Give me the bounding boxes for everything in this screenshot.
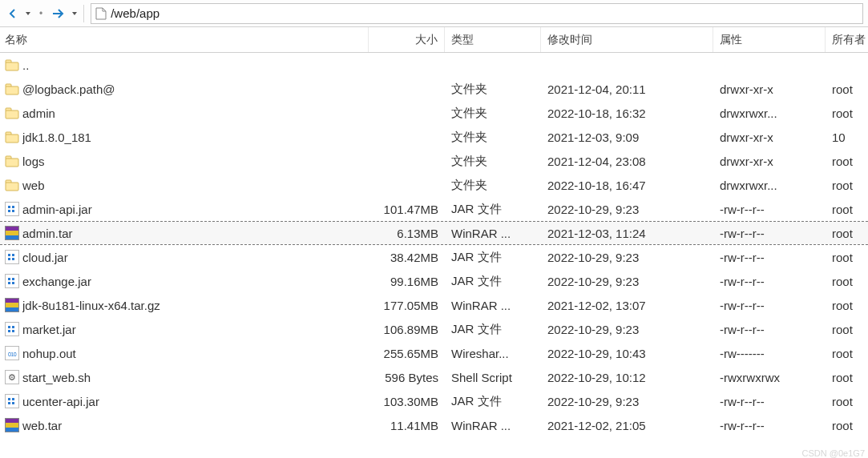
file-name: @logback.path@ [22, 82, 115, 96]
file-attr: drwxrwxr... [713, 101, 826, 125]
header-date[interactable]: 修改时间 [541, 27, 713, 52]
table-row[interactable]: admin文件夹2022-10-18, 16:32drwxrwxr...root [0, 101, 868, 125]
file-name: ucenter-api.jar [22, 395, 99, 408]
file-type: 文件夹 [445, 125, 541, 149]
table-row[interactable]: admin-api.jar101.47MBJAR 文件2022-10-29, 9… [0, 197, 868, 221]
table-row[interactable]: admin.tar6.13MBWinRAR ...2021-12-03, 11:… [0, 221, 868, 245]
archive-icon [5, 298, 19, 312]
file-size: 255.65MB [369, 341, 445, 365]
file-date: 2022-10-29, 9:23 [541, 389, 713, 413]
table-row[interactable]: cloud.jar38.42MBJAR 文件2022-10-29, 9:23-r… [0, 245, 868, 269]
file-date: 2022-10-18, 16:47 [541, 173, 713, 197]
folder-icon [5, 82, 19, 96]
table-row[interactable]: 010nohup.out255.65MBWireshar...2022-10-2… [0, 341, 868, 365]
file-date [541, 53, 713, 77]
file-size: 106.89MB [369, 317, 445, 341]
file-name: cloud.jar [22, 251, 68, 264]
jar-icon [5, 394, 19, 408]
path-box [91, 3, 863, 24]
header-owner[interactable]: 所有者 [826, 27, 868, 52]
file-size [369, 101, 445, 125]
table-row[interactable]: ucenter-api.jar103.30MBJAR 文件2022-10-29,… [0, 389, 868, 413]
folder-icon [5, 106, 19, 120]
svg-rect-11 [6, 183, 18, 191]
file-name: exchange.jar [22, 275, 91, 288]
file-size: 101.47MB [369, 197, 445, 221]
table-row[interactable]: logs文件夹2021-12-04, 23:08drwxr-xr-xroot [0, 149, 868, 173]
jar-icon [5, 250, 19, 264]
table-row[interactable]: @logback.path@文件夹2021-12-04, 20:11drwxr-… [0, 77, 868, 101]
table-row[interactable]: jdk1.8.0_181文件夹2021-12-03, 9:09drwxr-xr-… [0, 125, 868, 149]
file-attr: drwxr-xr-x [713, 77, 826, 101]
file-date: 2022-10-29, 10:43 [541, 341, 713, 365]
file-type: WinRAR ... [445, 222, 541, 244]
header-name[interactable]: 名称 [0, 27, 369, 52]
svg-rect-9 [6, 159, 18, 167]
file-attr: drwxr-xr-x [713, 149, 826, 173]
folder-icon [5, 178, 19, 192]
file-size: 11.41MB [369, 413, 445, 437]
gear-icon: ⚙ [5, 370, 19, 384]
header-type[interactable]: 类型 [445, 27, 541, 52]
svg-rect-7 [6, 135, 18, 143]
header-size[interactable]: 大小 [369, 27, 445, 52]
file-date: 2022-10-18, 16:32 [541, 101, 713, 125]
file-date: 2021-12-04, 20:11 [541, 77, 713, 101]
file-attr: drwxr-xr-x [713, 125, 826, 149]
file-attr: -rw-r--r-- [713, 197, 826, 221]
file-type: WinRAR ... [445, 413, 541, 437]
file-name: start_web.sh [22, 371, 91, 384]
file-name: web.tar [22, 419, 62, 432]
file-size [369, 125, 445, 149]
file-date: 2021-12-04, 23:08 [541, 149, 713, 173]
file-attr: -rw-r--r-- [713, 222, 826, 244]
file-attr: drwxrwxr... [713, 173, 826, 197]
file-owner: root [826, 222, 868, 244]
file-name: admin-api.jar [22, 203, 92, 216]
file-owner: root [826, 389, 868, 413]
file-type: JAR 文件 [445, 269, 541, 293]
svg-rect-3 [6, 86, 18, 94]
archive-icon [5, 418, 19, 432]
file-type: JAR 文件 [445, 197, 541, 221]
file-owner: root [826, 173, 868, 197]
file-attr: -rw-r--r-- [713, 245, 826, 269]
file-owner: root [826, 101, 868, 125]
back-button[interactable] [5, 6, 21, 22]
table-row[interactable]: web文件夹2022-10-18, 16:47drwxrwxr...root [0, 173, 868, 197]
file-date: 2021-12-03, 9:09 [541, 125, 713, 149]
table-row[interactable]: market.jar106.89MBJAR 文件2022-10-29, 9:23… [0, 317, 868, 341]
folder-icon [5, 154, 19, 168]
file-owner: root [826, 293, 868, 317]
file-size: 38.42MB [369, 245, 445, 269]
file-date: 2022-10-29, 9:23 [541, 317, 713, 341]
header-attr[interactable]: 属性 [713, 27, 826, 52]
binary-icon: 010 [5, 346, 19, 360]
back-dropdown[interactable] [24, 10, 32, 17]
file-name: admin [22, 106, 55, 120]
file-attr: -rwxrwxrwx [713, 365, 826, 389]
file-size: 103.30MB [369, 389, 445, 413]
file-size [369, 53, 445, 77]
watermark: CSDN @0e1G7 [802, 448, 865, 458]
file-type: WinRAR ... [445, 293, 541, 317]
table-row[interactable]: web.tar11.41MBWinRAR ...2021-12-02, 21:0… [0, 413, 868, 437]
toolbar-separator [83, 5, 84, 22]
jar-icon [5, 322, 19, 336]
file-date: 2021-12-03, 11:24 [541, 222, 713, 244]
table-row[interactable]: .. [0, 53, 868, 77]
table-row[interactable]: exchange.jar99.16MBJAR 文件2022-10-29, 9:2… [0, 269, 868, 293]
table-row[interactable]: jdk-8u181-linux-x64.tar.gz177.05MBWinRAR… [0, 293, 868, 317]
file-owner: root [826, 341, 868, 365]
file-name: jdk1.8.0_181 [22, 131, 91, 144]
file-date: 2021-12-02, 13:07 [541, 293, 713, 317]
file-owner: root [826, 413, 868, 437]
file-date: 2021-12-02, 21:05 [541, 413, 713, 437]
nav-separator: • [35, 8, 46, 19]
table-row[interactable]: ⚙start_web.sh596 BytesShell Script2022-1… [0, 365, 868, 389]
file-date: 2022-10-29, 9:23 [541, 197, 713, 221]
forward-dropdown[interactable] [71, 10, 79, 17]
path-input[interactable] [111, 6, 859, 20]
forward-button[interactable] [50, 6, 67, 21]
file-owner [826, 53, 868, 77]
